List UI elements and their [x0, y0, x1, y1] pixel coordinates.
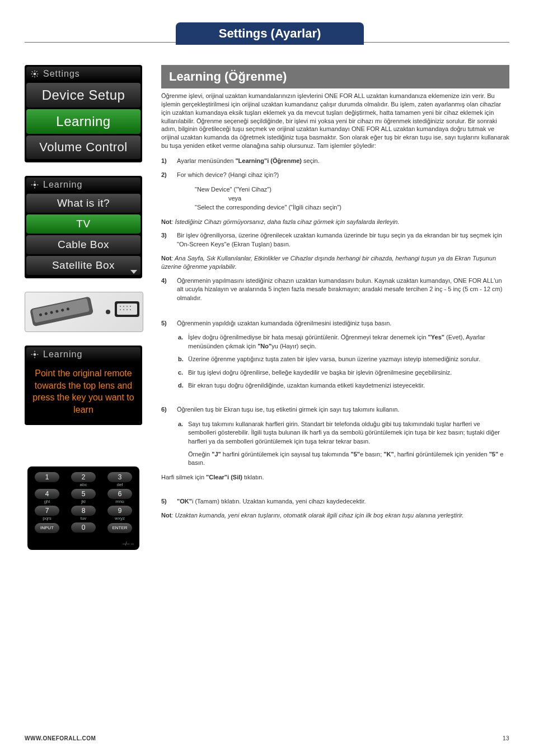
- keypad-button[interactable]: 6: [107, 489, 132, 499]
- svg-rect-11: [34, 187, 35, 188]
- header-tab: Settings (Ayarlar): [176, 22, 364, 45]
- learning-instruction-text: Point the original remote towards the to…: [26, 362, 140, 423]
- svg-point-30: [123, 309, 124, 310]
- step-4: 4) Öğrenmenin yapılmasını istediğiniz ci…: [161, 277, 509, 302]
- menu-item-tv[interactable]: TV: [26, 214, 140, 234]
- svg-point-28: [130, 306, 131, 307]
- keypad-label: tuv: [69, 516, 97, 521]
- keypad-label: [33, 533, 61, 539]
- svg-rect-34: [34, 351, 35, 352]
- step-2: 2) For which device? (Hangi cihaz için?): [161, 171, 509, 179]
- keypad-label: def: [106, 482, 134, 488]
- keypad-button[interactable]: ENTER: [107, 523, 132, 533]
- step-6a: a. Sayı tuş takımını kullanarak harfleri…: [178, 420, 509, 446]
- keypad-button[interactable]: 5: [71, 489, 96, 499]
- svg-point-26: [123, 306, 124, 307]
- svg-rect-7: [36, 71, 38, 72]
- svg-point-25: [120, 306, 121, 307]
- svg-rect-8: [32, 76, 33, 77]
- keypad-bottom-label: –/– –: [33, 540, 134, 547]
- gear-icon: [31, 181, 39, 189]
- keypad-label: [69, 533, 97, 538]
- menu-item-satellite-box[interactable]: Satellite Box: [26, 256, 140, 275]
- svg-rect-37: [37, 354, 38, 354]
- keypad-label: jkl: [69, 499, 97, 505]
- keypad-label: abc: [69, 482, 97, 488]
- svg-point-27: [127, 306, 128, 307]
- step-5-second: 5) "OK"i (Tamam) tıklatın. Uzaktan kuman…: [161, 497, 509, 506]
- step-6: 6) Öğrenilen tuş bir Ekran tuşu ise, tuş…: [161, 405, 509, 414]
- keypad-button[interactable]: 0: [71, 522, 96, 533]
- learning-device-panel: Learning What is it? TV Cable Box Satell…: [25, 176, 142, 278]
- svg-point-31: [127, 309, 128, 310]
- svg-point-0: [34, 73, 36, 76]
- right-column: Learning (Öğrenme) Öğrenme işlevi, oriji…: [161, 65, 509, 550]
- footer-url: WWW.ONEFORALL.COM: [25, 735, 96, 741]
- gear-icon: [31, 351, 39, 358]
- page-header: Settings (Ayarlar): [25, 22, 509, 45]
- learning-device-title: Learning: [43, 180, 82, 190]
- numeric-keypad: 12abc3def4ghi5jkl6mno7pqrs8tuv9wxyzINPUT…: [27, 466, 139, 550]
- step-3: 3) Bir işlev öğreniliyorsa, üzerine öğre…: [161, 231, 509, 249]
- step-5c: c. Bir tuş işlevi doğru öğrenilirse, bel…: [178, 368, 509, 377]
- svg-rect-35: [34, 357, 35, 358]
- svg-rect-13: [37, 184, 38, 185]
- remote-illustration: [25, 292, 143, 332]
- svg-point-22: [106, 310, 110, 314]
- step-6-example: Örneğin "J" harfini görüntülemek için sa…: [188, 450, 509, 468]
- svg-rect-10: [34, 181, 35, 183]
- menu-item-learning[interactable]: Learning: [26, 109, 140, 134]
- step-5a: a. İşlev doğru öğrenilmediyse bir hata m…: [178, 333, 509, 351]
- menu-item-device-setup[interactable]: Device Setup: [26, 83, 140, 108]
- svg-point-32: [130, 309, 131, 310]
- keypad-button[interactable]: 4: [35, 489, 59, 499]
- svg-rect-12: [31, 184, 32, 185]
- settings-menu-panel: Settings Device Setup Learning Volume Co…: [25, 65, 142, 162]
- settings-menu-title: Settings: [43, 69, 80, 79]
- keypad-label: ghi: [33, 499, 61, 505]
- chevron-down-icon: [130, 270, 137, 274]
- svg-point-33: [34, 353, 36, 356]
- learning-instruction-title: Learning: [43, 349, 82, 360]
- step-5: 5) Öğrenmenin yapıldığı uzaktan kumandad…: [161, 319, 509, 328]
- keypad-label: wxyz: [106, 516, 134, 521]
- menu-item-cable-box[interactable]: Cable Box: [26, 235, 140, 254]
- keypad-button[interactable]: 9: [107, 506, 132, 516]
- step-5d: d. Bir ekran tuşu doğru öğrenildiğinde, …: [178, 381, 509, 390]
- svg-rect-4: [37, 73, 38, 74]
- step-1: 1) Ayarlar menüsünden "Learning"i (Öğren…: [161, 157, 509, 165]
- keypad-label: [33, 482, 61, 488]
- keypad-button[interactable]: INPUT: [35, 523, 59, 533]
- note-2: Not: Ana Sayfa, Sık Kullanılanlar, Etkin…: [161, 254, 509, 271]
- svg-rect-5: [31, 71, 32, 72]
- svg-point-29: [120, 309, 121, 310]
- keypad-button[interactable]: 7: [35, 506, 59, 516]
- keypad-button[interactable]: 2: [71, 472, 96, 482]
- learning-instruction-panel: Learning Point the original remote towar…: [25, 346, 142, 425]
- menu-item-volume-control[interactable]: Volume Control: [26, 136, 140, 159]
- svg-rect-2: [34, 76, 35, 77]
- svg-rect-36: [31, 354, 32, 354]
- keypad-button[interactable]: 1: [35, 472, 59, 482]
- menu-item-what-is-it[interactable]: What is it?: [26, 194, 140, 213]
- settings-menu-header: Settings: [26, 67, 140, 81]
- step-5b: b. Üzerine öğrenme yaptığınız tuşta zate…: [178, 355, 509, 363]
- learning-instruction-header: Learning: [26, 347, 140, 362]
- intro-text: Öğrenme işlevi, orijinal uzaktan kumanda…: [161, 92, 509, 150]
- svg-rect-6: [36, 76, 38, 77]
- svg-rect-1: [34, 71, 35, 72]
- svg-point-9: [34, 184, 36, 186]
- keypad-button[interactable]: 8: [71, 506, 96, 516]
- left-column: Settings Device Setup Learning Volume Co…: [25, 65, 142, 550]
- learning-device-header: Learning: [26, 178, 140, 192]
- clear-instruction: Harfi silmek için "Clear"i (Sil) tıklatı…: [161, 473, 509, 482]
- note-1: Not: İstediğiniz Cihazı görmüyorsanız, d…: [161, 218, 509, 226]
- keypad-label: mno: [106, 499, 134, 505]
- step-2-options: "New Device" ("Yeni Cihaz") veya "Select…: [195, 185, 509, 212]
- page-footer: WWW.ONEFORALL.COM 13: [25, 735, 509, 741]
- keypad-button[interactable]: 3: [107, 472, 132, 482]
- keypad-label: pqrs: [33, 516, 61, 521]
- gear-icon: [31, 70, 39, 78]
- svg-rect-3: [31, 73, 32, 74]
- footer-page-number: 13: [503, 735, 509, 741]
